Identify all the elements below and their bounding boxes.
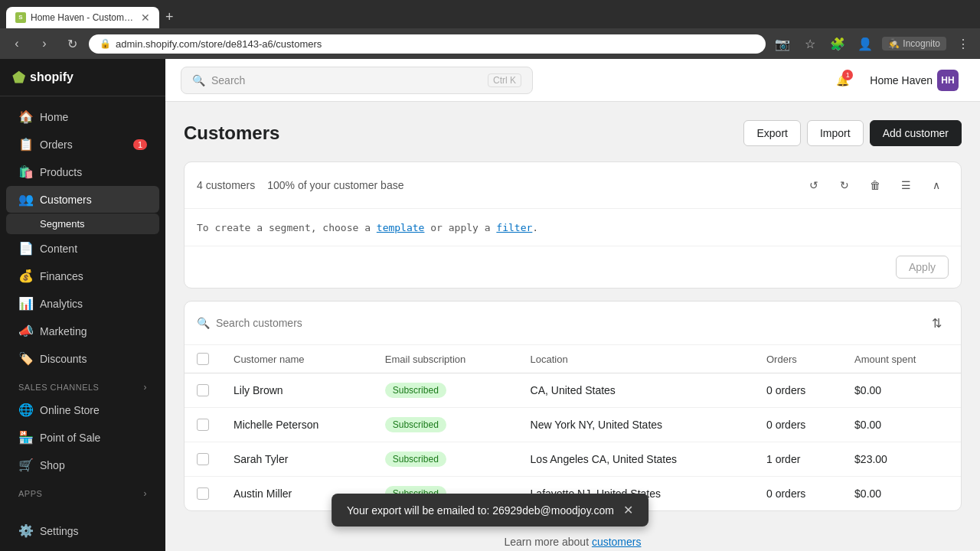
location-0: CA, United States bbox=[518, 373, 754, 408]
filter-link[interactable]: filter bbox=[496, 222, 532, 233]
back-button[interactable]: ‹ bbox=[6, 33, 28, 54]
sidebar-item-orders[interactable]: 📋 Orders 1 bbox=[6, 131, 159, 158]
online-store-icon: 🌐 bbox=[18, 403, 32, 417]
search-placeholder: Search bbox=[211, 74, 482, 86]
camera-icon[interactable]: 📷 bbox=[772, 33, 793, 54]
customers-icon: 👥 bbox=[18, 192, 32, 207]
search-shortcut: Ctrl K bbox=[488, 73, 521, 87]
sidebar-item-orders-label: Orders bbox=[40, 139, 73, 151]
home-icon: 🏠 bbox=[18, 109, 32, 124]
reset-button[interactable]: ↺ bbox=[802, 173, 826, 197]
store-avatar: HH bbox=[937, 70, 959, 91]
sidebar-item-marketing[interactable]: 📣 Marketing bbox=[6, 318, 159, 344]
col-header-email: Email subscription bbox=[373, 345, 518, 373]
hint-end: . bbox=[532, 222, 538, 233]
shopify-logo[interactable]: ⬟ shopify bbox=[12, 68, 74, 86]
incognito-icon: 🕵️ bbox=[888, 38, 900, 49]
apply-button[interactable]: Apply bbox=[896, 256, 949, 279]
segment-header-actions: ↺ ↻ 🗑 ☰ ∧ bbox=[802, 173, 949, 197]
sort-button[interactable]: ⇅ bbox=[924, 311, 949, 335]
row-checkbox-1[interactable] bbox=[197, 419, 209, 431]
store-button[interactable]: Home Haven HH bbox=[864, 67, 965, 94]
sales-channels-label: Sales channels bbox=[18, 383, 99, 392]
shopify-logo-text: shopify bbox=[30, 70, 74, 84]
lock-icon: 🔒 bbox=[100, 38, 111, 49]
customer-name-2[interactable]: Sarah Tyler bbox=[234, 453, 288, 465]
import-button[interactable]: Import bbox=[807, 120, 864, 146]
hint-text: To create a segment, choose a bbox=[197, 222, 377, 233]
notification-button[interactable]: 🔔 1 bbox=[830, 68, 854, 93]
sidebar-item-pos[interactable]: 🏪 Point of Sale bbox=[6, 424, 159, 451]
sidebar-item-discounts[interactable]: 🏷️ Discounts bbox=[6, 345, 159, 372]
delete-button[interactable]: 🗑 bbox=[863, 173, 887, 197]
customer-name-0[interactable]: Lily Brown bbox=[234, 384, 283, 396]
sidebar-item-settings[interactable]: ⚙️ Settings bbox=[6, 517, 159, 544]
segment-body: To create a segment, choose a template o… bbox=[185, 209, 961, 246]
sidebar-item-shop[interactable]: 🛒 Shop bbox=[6, 452, 159, 478]
refresh-button[interactable]: ↻ bbox=[61, 33, 83, 54]
sidebar-item-customers[interactable]: 👥 Customers bbox=[6, 186, 159, 213]
apps-section: Apps › bbox=[0, 479, 165, 502]
bookmark-icon[interactable]: ☆ bbox=[799, 33, 821, 54]
orders-badge: 1 bbox=[133, 139, 147, 150]
toast-close-button[interactable]: ✕ bbox=[623, 503, 633, 517]
sidebar-subitem-segments-label: Segments bbox=[40, 218, 85, 230]
page-title: Customers bbox=[184, 122, 279, 144]
menu-icon[interactable]: ⋮ bbox=[952, 33, 974, 54]
customer-name-1[interactable]: Michelle Peterson bbox=[234, 419, 318, 431]
sidebar-subitem-segments[interactable]: Segments bbox=[6, 214, 159, 234]
subscription-badge-0: Subscribed bbox=[385, 383, 446, 398]
sales-channels-arrow[interactable]: › bbox=[144, 382, 148, 393]
main-content: Customers Export Import Add customer 4 c… bbox=[165, 102, 980, 551]
redo-button[interactable]: ↻ bbox=[832, 173, 857, 197]
sidebar-item-pos-label: Point of Sale bbox=[40, 432, 100, 444]
collapse-button[interactable]: ∧ bbox=[924, 173, 949, 197]
customers-learn-more-link[interactable]: customers bbox=[592, 536, 642, 548]
sidebar-item-finances[interactable]: 💰 Finances bbox=[6, 262, 159, 289]
forward-button[interactable]: › bbox=[34, 33, 55, 54]
segment-card: 4 customers 100% of your customer base ↺… bbox=[184, 161, 962, 289]
new-tab-button[interactable]: + bbox=[162, 6, 177, 28]
address-bar[interactable]: 🔒 admin.shopify.com/store/de8143-a6/cust… bbox=[89, 34, 766, 54]
sidebar-item-marketing-label: Marketing bbox=[40, 325, 87, 337]
page-actions: Export Import Add customer bbox=[743, 120, 962, 146]
sidebar-item-products[interactable]: 🛍️ Products bbox=[6, 158, 159, 185]
customer-name-3[interactable]: Austin Miller bbox=[234, 487, 292, 500]
sidebar-item-online-store[interactable]: 🌐 Online Store bbox=[6, 396, 159, 423]
col-header-location: Location bbox=[518, 345, 754, 373]
export-button[interactable]: Export bbox=[743, 120, 800, 146]
tab-title: Home Haven - Customers - Sho bbox=[31, 12, 136, 23]
toast-notification: Your export will be emailed to: 26929deb… bbox=[332, 494, 648, 527]
customers-table: Customer name Email subscription Locatio… bbox=[185, 345, 961, 510]
browser-chrome: S Home Haven - Customers - Sho ✕ + ‹ › ↻… bbox=[0, 0, 980, 59]
sidebar-item-home[interactable]: 🏠 Home bbox=[6, 103, 159, 130]
row-checkbox-0[interactable] bbox=[197, 384, 209, 396]
search-customers-input[interactable] bbox=[216, 317, 918, 329]
search-bar[interactable]: 🔍 Search Ctrl K bbox=[181, 67, 533, 94]
customer-count: 4 customers bbox=[197, 179, 255, 191]
page-footer: Learn more about customers bbox=[184, 523, 962, 551]
customer-base: 100% of your customer base bbox=[267, 179, 403, 191]
active-browser-tab[interactable]: S Home Haven - Customers - Sho ✕ bbox=[6, 7, 159, 28]
profile-icon[interactable]: 👤 bbox=[854, 33, 876, 54]
sidebar-item-analytics-label: Analytics bbox=[40, 298, 83, 310]
template-link[interactable]: template bbox=[377, 222, 425, 233]
orders-1: 0 orders bbox=[754, 408, 842, 442]
sidebar-footer: ⚙️ Settings bbox=[0, 508, 165, 551]
sales-channels-section: Sales channels › bbox=[0, 373, 165, 396]
sidebar-item-analytics[interactable]: 📊 Analytics bbox=[6, 290, 159, 317]
table-body: Lily Brown Subscribed CA, United States … bbox=[185, 373, 961, 511]
filter-button[interactable]: ☰ bbox=[893, 173, 918, 197]
subscription-badge-2: Subscribed bbox=[385, 452, 446, 467]
row-checkbox-3[interactable] bbox=[197, 487, 209, 500]
incognito-button[interactable]: 🕵️ Incognito bbox=[882, 37, 946, 51]
row-checkbox-2[interactable] bbox=[197, 453, 209, 465]
add-customer-button[interactable]: Add customer bbox=[870, 120, 962, 146]
apps-arrow[interactable]: › bbox=[144, 488, 148, 499]
sidebar-item-content[interactable]: 📄 Content bbox=[6, 235, 159, 262]
close-tab-button[interactable]: ✕ bbox=[141, 11, 150, 24]
extensions-icon[interactable]: 🧩 bbox=[827, 33, 848, 54]
sidebar-item-finances-label: Finances bbox=[40, 270, 83, 282]
select-all-checkbox[interactable] bbox=[197, 353, 209, 365]
footer-text: Learn more about bbox=[505, 536, 592, 548]
